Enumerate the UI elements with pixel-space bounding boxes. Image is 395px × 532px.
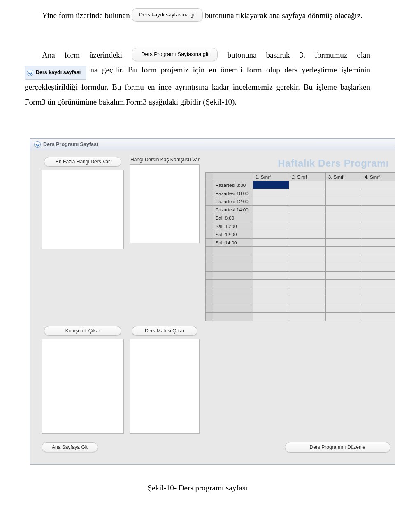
grid-cell[interactable] [362,304,395,313]
listbox-4[interactable] [130,339,200,434]
grid-cell[interactable] [362,255,395,263]
schedule-grid[interactable]: 1. Sınıf2. Sınıf3. Sınıf4. SınıfPazartes… [205,172,395,321]
grid-cell[interactable] [325,222,362,230]
grid-cell[interactable] [253,255,289,263]
figure-caption: Şekil-10- Ders programı sayfası [25,483,370,493]
grid-cell[interactable] [362,247,395,255]
p2-before: Ana form üzerindeki [42,51,132,59]
grid-cell[interactable] [289,189,325,197]
grid-cell[interactable] [325,197,362,206]
grid-cell[interactable] [289,247,325,255]
grid-cell[interactable] [325,280,362,288]
grid-cell[interactable] [362,206,395,214]
grid-cell[interactable] [253,222,289,230]
grid-row-header: Salı 12:00 [213,230,253,239]
en-fazla-hangi-ders-var-button[interactable]: En Fazla Hangi Ders Var [44,157,121,167]
grid-cell[interactable] [362,272,395,280]
grid-cell[interactable] [289,288,325,296]
grid-cell[interactable] [289,197,325,206]
grid-cell[interactable] [289,239,325,247]
grid-cell[interactable] [289,280,325,288]
grid-cell[interactable] [362,280,395,288]
grid-row-header [213,304,253,313]
grid-cell[interactable] [253,272,289,280]
grid-cell[interactable] [362,197,395,206]
grid-cell[interactable] [253,214,289,222]
grid-cell[interactable] [325,255,362,263]
grid-cell[interactable] [253,263,289,272]
grid-cell[interactable] [253,288,289,296]
grid-cell[interactable] [325,206,362,214]
grid-cell[interactable] [253,280,289,288]
grid-cell[interactable] [325,263,362,272]
listbox-2[interactable] [130,164,200,243]
grid-cell[interactable] [289,214,325,222]
form3-window: Ders Programı Sayfası — ☐ ✕ En Fazla Han… [30,138,395,465]
grid-cell[interactable] [289,272,325,280]
grid-cell[interactable] [253,197,289,206]
grid-cell[interactable] [325,247,362,255]
paragraph-2: Ana form üzerindeki Ders Programı Sayfas… [25,48,370,109]
grid-cell[interactable] [362,263,395,272]
grid-cell[interactable] [325,313,362,321]
grid-cell[interactable] [253,206,289,214]
headline: Haftalık Ders Programı [205,158,389,169]
grid-row-header: Pazartesi 10:00 [213,189,253,197]
grid-cell[interactable] [325,189,362,197]
grid-cell[interactable] [289,206,325,214]
komsuluk-cikar-button[interactable]: Komşuluk Çıkar [44,326,121,336]
grid-cell[interactable] [325,296,362,304]
grid-cell[interactable] [362,288,395,296]
grid-cell[interactable] [325,288,362,296]
grid-cell[interactable] [253,247,289,255]
grid-cell[interactable] [253,181,289,189]
grid-cell[interactable] [362,313,395,321]
grid-cell[interactable] [362,239,395,247]
ders-programini-duzenle-button[interactable]: Ders Programını Düzenle [285,442,390,453]
page-icon [27,70,33,76]
ders-kaydi-sayfasina-git-button[interactable]: Ders kaydı sayfasına git [132,8,203,22]
grid-cell[interactable] [289,304,325,313]
grid-row-header: Salı 10:00 [213,222,253,230]
ders-programi-sayfasina-git-button[interactable]: Ders Programı Sayfasına git [132,48,218,61]
grid-cell[interactable] [253,230,289,239]
grid-cell[interactable] [362,181,395,189]
grid-cell[interactable] [362,222,395,230]
p1-after: butonuna tıklayarak ana sayfaya dönmüş o… [205,11,362,20]
grid-cell[interactable] [289,181,325,189]
ders-kaydi-sayfasi-tab[interactable]: Ders kaydı sayfası [25,66,86,80]
grid-cell[interactable] [325,181,362,189]
grid-cell[interactable] [325,304,362,313]
grid-cell[interactable] [253,239,289,247]
grid-cell[interactable] [289,222,325,230]
grid-row-header [213,247,253,255]
grid-cell[interactable] [289,230,325,239]
grid-row-header: Pazartesi 12:00 [213,197,253,206]
grid-cell[interactable] [362,189,395,197]
window-title: Ders Programı Sayfası [43,142,98,147]
grid-cell[interactable] [253,189,289,197]
grid-cell[interactable] [289,313,325,321]
p2-after: butonuna basarak 3. formumuz olan [228,51,370,59]
ana-sayfaya-git-button[interactable]: Ana Sayfaya Git [42,442,98,452]
tab-label: Ders kaydı sayfası [36,70,81,75]
grid-cell[interactable] [253,304,289,313]
grid-cell[interactable] [253,313,289,321]
grid-column-header: 2. Sınıf [289,173,325,181]
grid-row-header [213,272,253,280]
grid-cell[interactable] [325,272,362,280]
grid-cell[interactable] [362,296,395,304]
grid-cell[interactable] [325,230,362,239]
grid-cell[interactable] [289,263,325,272]
grid-cell[interactable] [289,255,325,263]
grid-cell[interactable] [362,214,395,222]
listbox-1[interactable] [42,170,124,249]
grid-cell[interactable] [253,296,289,304]
grid-cell[interactable] [325,239,362,247]
grid-cell[interactable] [325,214,362,222]
ders-matrisi-cikar-button[interactable]: Ders Matrisi Çıkar [132,326,198,336]
grid-cell[interactable] [362,230,395,239]
grid-cell[interactable] [289,296,325,304]
grid-row-header [213,296,253,304]
listbox-3[interactable] [42,339,124,434]
